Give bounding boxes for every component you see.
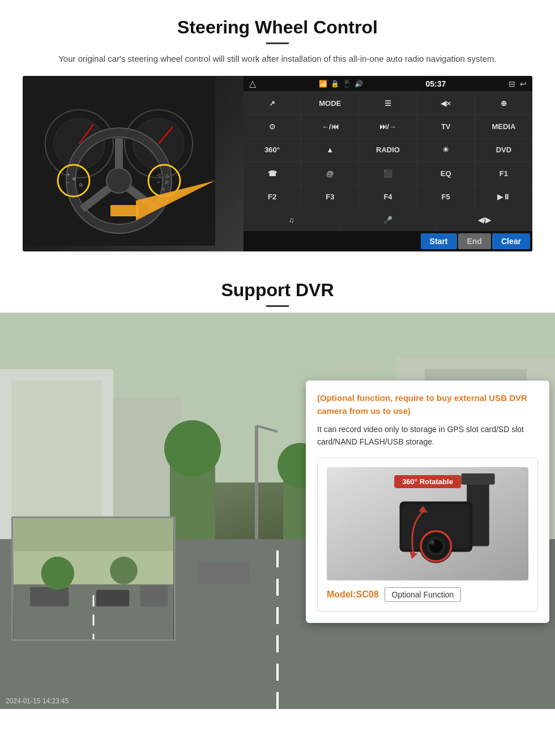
svg-text:⊡: ⊡ (79, 183, 83, 187)
usb-icon: 📱 (343, 80, 351, 88)
btn-navigate[interactable]: ↗ (244, 92, 301, 114)
section-dvr: Support DVR (0, 268, 555, 709)
svg-text:△: △ (165, 173, 169, 178)
btn-f4[interactable]: F4 (359, 186, 416, 208)
btn-phone[interactable]: ☎ (244, 162, 301, 185)
svg-text:⟲: ⟲ (72, 177, 76, 182)
wifi-icon: 📶 (319, 80, 327, 88)
btn-mode[interactable]: MODE (301, 92, 358, 114)
lock-icon: 🔒 (331, 80, 339, 88)
btn-music[interactable]: ♫ (244, 208, 339, 231)
clock-display: 05:37 (425, 79, 446, 88)
dvr-thumbnail-image (13, 518, 174, 639)
button-grid-bottom: ♫ 🎤 ◀/▶ (244, 208, 532, 231)
svg-text:2024-01-15 14:23:45: 2024-01-15 14:23:45 (6, 697, 69, 705)
section-steering-wheel: Steering Wheel Control Your original car… (0, 0, 555, 263)
svg-rect-56 (461, 473, 494, 485)
btn-f3[interactable]: F3 (301, 186, 358, 208)
svg-text:▷: ▷ (165, 180, 169, 185)
btn-settings[interactable]: ⊙ (244, 115, 301, 138)
svg-text:Seicane: Seicane (478, 566, 500, 573)
btn-grid-icon[interactable]: ⊕ (475, 92, 532, 114)
dvr-infocard: (Optional function, require to buy exter… (306, 381, 549, 623)
svg-rect-42 (255, 426, 258, 539)
steering-wheel-image: + – ⟲ ⊡ ◁ △ ○ ▷ ◇ (23, 76, 244, 251)
svg-rect-39 (198, 562, 249, 584)
dvr-description: It can record video only to storage in G… (317, 423, 538, 449)
btn-eject[interactable]: ▲ (301, 139, 358, 161)
btn-internet[interactable]: @ (301, 162, 358, 185)
svg-text:+: + (67, 172, 70, 178)
btn-prev[interactable]: ←/⏮ (301, 115, 358, 138)
control-panel: △ 📶 🔒 📱 🔊 05:37 ⊟ ↩ ↗ MODE ☰ ◀× (244, 76, 532, 251)
btn-menu[interactable]: ☰ (359, 92, 416, 114)
svg-text:–: – (67, 180, 70, 185)
steering-wheel-svg: + – ⟲ ⊡ ◁ △ ○ ▷ ◇ (23, 76, 215, 246)
dvr-divider (266, 305, 289, 307)
btn-360[interactable]: 360° (244, 139, 301, 161)
end-button[interactable]: End (458, 233, 491, 249)
dvr-background: 2024-01-15 14:23:45 (Optional f (0, 313, 555, 709)
volume-icon: 🔊 (355, 80, 363, 88)
steering-area: + – ⟲ ⊡ ◁ △ ○ ▷ ◇ △ 📶 � (23, 76, 532, 251)
btn-mic[interactable]: 🎤 (340, 208, 436, 231)
btn-f2[interactable]: F2 (244, 186, 301, 208)
optional-requirement-text: (Optional function, require to buy exter… (317, 392, 538, 417)
btn-next[interactable]: ⏭/→ (359, 115, 416, 138)
btn-dvd[interactable]: DVD (475, 139, 532, 161)
svg-text:○: ○ (157, 180, 160, 185)
rotatable-badge: 360° Rotatable (394, 475, 461, 488)
svg-rect-48 (30, 587, 69, 606)
dvr-thumbnail (11, 516, 176, 641)
btn-f1[interactable]: F1 (475, 162, 532, 185)
window-icon: ⊟ (509, 79, 515, 88)
start-button[interactable]: Start (421, 233, 457, 249)
dvr-title: Support DVR (23, 280, 532, 301)
btn-brightness[interactable]: ☀ (417, 139, 475, 161)
svg-rect-50 (140, 586, 168, 606)
steering-subtitle: Your original car's steering wheel contr… (45, 52, 510, 66)
svg-point-64 (430, 540, 434, 544)
camera-visual: 360° Rotatable (327, 467, 528, 580)
model-label: Model:SC08 (327, 590, 379, 600)
bottom-controls: Start End Clear (244, 231, 532, 251)
btn-playpause[interactable]: ▶⏸ (475, 186, 532, 208)
btn-screen[interactable]: ⬛ (359, 162, 416, 185)
svg-point-35 (164, 420, 221, 477)
back-icon: ↩ (520, 79, 527, 88)
clear-button[interactable]: Clear (492, 233, 530, 249)
btn-f5[interactable]: F5 (417, 186, 475, 208)
model-row: Model:SC08 Optional Function (327, 587, 528, 602)
home-icon: △ (249, 78, 256, 89)
svg-rect-25 (110, 205, 139, 216)
dvr-header: Support DVR (0, 268, 555, 313)
camera-box: 360° Rotatable (317, 458, 538, 612)
right-icons: ⊟ ↩ (509, 79, 527, 88)
svg-point-52 (41, 557, 74, 590)
svg-rect-28 (11, 381, 102, 539)
svg-rect-49 (96, 590, 129, 606)
optional-function-badge: Optional Function (385, 587, 462, 602)
svg-point-53 (110, 557, 138, 584)
title-divider (266, 42, 289, 44)
btn-tv[interactable]: TV (417, 115, 475, 138)
button-grid-main: ↗ MODE ☰ ◀× ⊕ ⊙ ←/⏮ ⏭/→ TV MEDIA 360° ▲ … (244, 92, 532, 208)
svg-text:◁: ◁ (157, 173, 161, 178)
btn-skiptrack[interactable]: ◀/▶ (437, 208, 532, 231)
status-icons: 📶 🔒 📱 🔊 (319, 80, 363, 88)
svg-rect-47 (14, 551, 173, 584)
btn-eq[interactable]: EQ (417, 162, 475, 185)
steering-title: Steering Wheel Control (23, 17, 532, 38)
svg-point-12 (106, 168, 131, 193)
btn-radio[interactable]: RADIO (359, 139, 416, 161)
panel-topbar: △ 📶 🔒 📱 🔊 05:37 ⊟ ↩ (244, 76, 532, 92)
btn-media[interactable]: MEDIA (475, 115, 532, 138)
btn-mute[interactable]: ◀× (417, 92, 475, 114)
